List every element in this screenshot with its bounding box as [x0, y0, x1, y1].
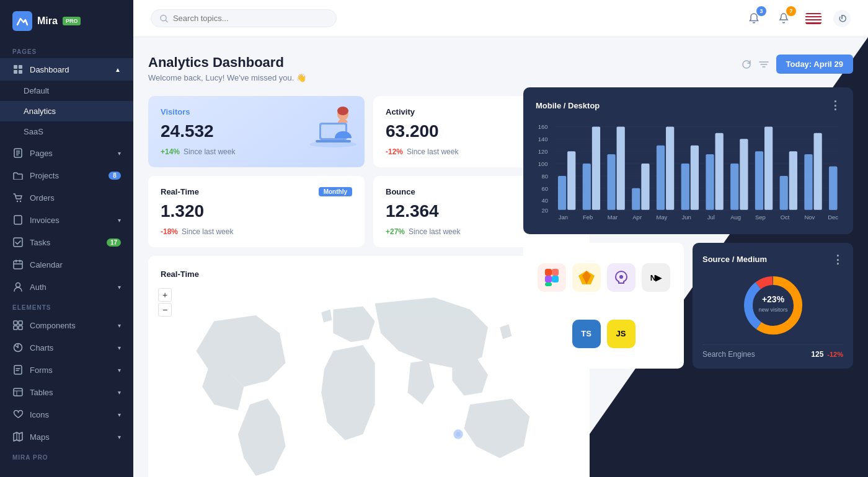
search-engines-change: -12% [827, 351, 843, 358]
sidebar-label-tasks: Tasks [30, 238, 50, 247]
notifications-icon[interactable]: 3 [744, 9, 764, 28]
sidebar-item-saas[interactable]: SaaS [0, 121, 133, 142]
svg-rect-18 [19, 321, 22, 325]
realtime-change: -18% [161, 227, 178, 236]
svg-rect-12 [14, 261, 22, 269]
svg-text:60: 60 [541, 185, 548, 192]
svg-rect-70 [730, 164, 738, 210]
sidebar-label-forms: Forms [30, 365, 53, 375]
map-title: Real-Time [161, 269, 199, 279]
map-zoom-out[interactable]: − [158, 303, 172, 317]
visitors-illustration [307, 101, 360, 150]
realtime-badge: Monthly [319, 187, 352, 196]
svg-rect-64 [657, 146, 665, 210]
search-box[interactable] [151, 9, 337, 27]
map-zoom-in[interactable]: + [158, 288, 172, 302]
svg-rect-77 [813, 133, 822, 210]
sidebar-item-orders[interactable]: Orders [0, 186, 133, 209]
search-engines-row: Search Engines 125 -12% [702, 344, 843, 359]
sidebar-item-dashboard[interactable]: Dashboard ▲ [0, 58, 133, 81]
svg-rect-79 [829, 167, 837, 210]
flag-icon[interactable] [804, 9, 823, 28]
svg-text:20: 20 [541, 207, 548, 214]
search-engines-label: Search Engines [702, 350, 755, 359]
svg-rect-0 [14, 65, 17, 69]
typescript-logo: TS [572, 320, 601, 348]
bottom-dark-row: N▶ TS JS Source / Medium ⋮ [523, 243, 853, 369]
svg-text:40: 40 [541, 197, 548, 204]
chevron-down-icon-invoices: ▾ [118, 217, 121, 224]
heart-icon [12, 409, 24, 420]
source-more-icon[interactable]: ⋮ [832, 253, 843, 266]
svg-text:Oct: Oct [781, 214, 790, 221]
power-button[interactable] [833, 10, 851, 27]
filter-icon[interactable] [759, 61, 769, 68]
svg-rect-74 [780, 176, 788, 210]
sidebar-item-calendar[interactable]: Calendar [0, 253, 133, 276]
page-actions: Today: April 29 [523, 55, 853, 74]
mobile-desktop-card: Mobile / Desktop ⋮ 160 140 120 100 80 60… [523, 87, 853, 234]
bell-icon[interactable]: 7 [774, 9, 794, 28]
svg-rect-10 [14, 216, 22, 224]
sidebar-item-forms[interactable]: Forms ▾ [0, 359, 133, 381]
sidebar-item-tables[interactable]: Tables ▾ [0, 381, 133, 403]
svg-text:120: 120 [538, 148, 548, 155]
activity-since: Since last week [407, 147, 458, 156]
svg-rect-66 [681, 164, 689, 210]
search-input[interactable] [173, 14, 327, 23]
refresh-icon[interactable] [742, 59, 751, 69]
svg-rect-57 [567, 151, 575, 210]
sidebar-label-auth: Auth [30, 282, 46, 292]
sidebar-label-calendar: Calendar [30, 260, 63, 269]
realtime-label: Real-Time [161, 187, 199, 196]
svg-rect-73 [764, 126, 773, 209]
logo-area: Mira PRO [0, 0, 133, 42]
sidebar-item-components[interactable]: Components ▾ [0, 314, 133, 336]
page-title-area: Analytics Dashboard Welcome back, Lucy! … [148, 55, 306, 82]
sidebar-item-pages[interactable]: Pages ▾ [0, 142, 133, 164]
doc-icon [12, 214, 24, 225]
map-controls: + − [158, 288, 172, 317]
svg-text:Feb: Feb [583, 214, 593, 221]
redux-logo [607, 263, 636, 292]
source-header: Source / Medium ⋮ [702, 253, 843, 266]
sidebar-item-default[interactable]: Default [0, 81, 133, 101]
svg-text:160: 160 [538, 123, 548, 130]
logo-text: Mira [37, 15, 58, 27]
sidebar-item-icons[interactable]: Icons ▾ [0, 403, 133, 426]
svg-text:140: 140 [538, 136, 548, 142]
page-subtitle: Welcome back, Lucy! We've missed you. 👋 [148, 73, 306, 82]
activity-label: Activity [386, 107, 415, 116]
chevron-down-icon-pages: ▾ [118, 150, 121, 157]
chevron-down-icon-icons: ▾ [118, 411, 121, 418]
sidebar-label-dashboard: Dashboard [30, 65, 69, 74]
search-engines-values: 125 -12% [811, 350, 843, 359]
javascript-logo: JS [607, 320, 636, 348]
svg-rect-60 [607, 154, 615, 210]
chevron-down-icon-charts: ▾ [118, 344, 121, 351]
svg-rect-69 [715, 133, 724, 210]
donut-wrap: +23% new visitors [702, 271, 843, 339]
svg-rect-92 [545, 269, 552, 276]
svg-point-8 [17, 200, 18, 201]
sidebar-item-tasks[interactable]: Tasks 17 [0, 231, 133, 253]
svg-text:Mar: Mar [608, 214, 618, 221]
sidebar: Mira PRO PAGES Dashboard ▲ Default Analy… [0, 0, 133, 477]
sidebar-item-charts[interactable]: Charts ▾ [0, 336, 133, 359]
svg-rect-59 [592, 126, 600, 209]
sidebar-item-analytics[interactable]: Analytics [0, 101, 133, 121]
today-button[interactable]: Today: April 29 [776, 55, 853, 74]
sidebar-item-maps[interactable]: Maps ▾ [0, 426, 133, 448]
svg-text:new visitors: new visitors [758, 307, 788, 313]
sidebar-item-invoices[interactable]: Invoices ▾ [0, 209, 133, 231]
svg-rect-32 [316, 140, 351, 142]
svg-rect-63 [641, 164, 649, 210]
cart-icon [12, 192, 24, 203]
sidebar-item-auth[interactable]: Auth ▾ [0, 276, 133, 298]
sidebar-item-projects[interactable]: Projects 8 [0, 164, 133, 186]
chevron-down-icon-components: ▾ [118, 322, 121, 329]
bounce-label: Bounce [386, 187, 415, 196]
header: 3 7 [133, 0, 868, 37]
mobile-desktop-more[interactable]: ⋮ [830, 98, 841, 112]
source-title: Source / Medium [702, 255, 767, 264]
